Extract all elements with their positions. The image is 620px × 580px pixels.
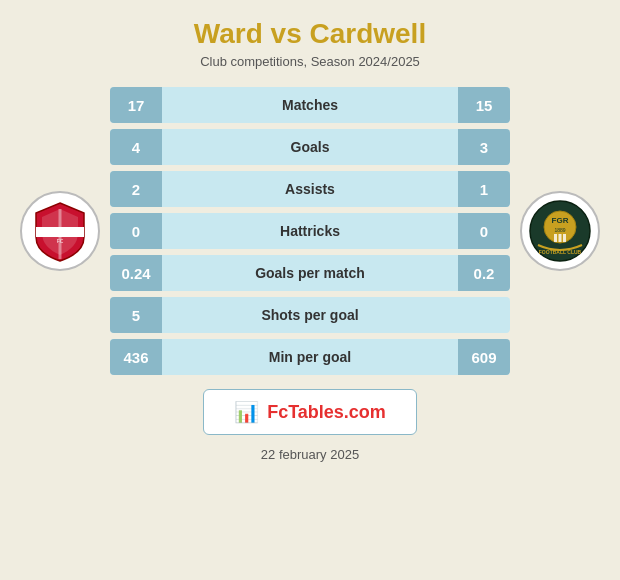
fctables-icon: 📊: [234, 400, 259, 424]
svg-text:WOKING: WOKING: [45, 228, 75, 235]
fctables-tables: Tables: [288, 402, 344, 422]
page-subtitle: Club competitions, Season 2024/2025: [200, 54, 420, 69]
stat-right-val-0: 15: [458, 87, 510, 123]
svg-rect-9: [554, 234, 557, 242]
right-team-logo: FGR 1889 FOOTBALL CLUB: [510, 191, 610, 271]
fctables-text: FcTables.com: [267, 402, 386, 423]
stat-left-val-5: 5: [110, 297, 162, 333]
stat-right-val-4: 0.2: [458, 255, 510, 291]
stat-row-2: 2Assists1: [110, 171, 510, 207]
stat-label-2: Assists: [162, 181, 458, 197]
stat-left-val-4: 0.24: [110, 255, 162, 291]
stat-label-5: Shots per goal: [162, 307, 458, 323]
stat-row-5: 5Shots per goal: [110, 297, 510, 333]
stat-row-3: 0Hattricks0: [110, 213, 510, 249]
stat-label-3: Hattricks: [162, 223, 458, 239]
stat-right-val-2: 1: [458, 171, 510, 207]
stat-label-6: Min per goal: [162, 349, 458, 365]
stat-right-val-1: 3: [458, 129, 510, 165]
svg-rect-11: [563, 234, 566, 242]
fctables-banner[interactable]: 📊 FcTables.com: [203, 389, 417, 435]
stats-area: 17Matches154Goals32Assists10Hattricks00.…: [110, 87, 510, 375]
stat-left-val-0: 17: [110, 87, 162, 123]
fctables-fc: Fc: [267, 402, 288, 422]
left-team-logo: WOKING FC: [10, 191, 110, 271]
woking-badge: WOKING FC: [20, 191, 100, 271]
footer-date: 22 february 2025: [261, 447, 359, 462]
stat-right-val-3: 0: [458, 213, 510, 249]
page-wrapper: Ward vs Cardwell Club competitions, Seas…: [0, 0, 620, 580]
stat-row-6: 436Min per goal609: [110, 339, 510, 375]
svg-rect-10: [559, 234, 562, 242]
stat-label-4: Goals per match: [162, 265, 458, 281]
stat-left-val-3: 0: [110, 213, 162, 249]
stat-row-0: 17Matches15: [110, 87, 510, 123]
stat-label-0: Matches: [162, 97, 458, 113]
stat-row-1: 4Goals3: [110, 129, 510, 165]
comparison-area: WOKING FC 17Matches154Goals32Assists10Ha…: [10, 87, 610, 375]
fgr-badge: FGR 1889 FOOTBALL CLUB: [520, 191, 600, 271]
woking-badge-svg: WOKING FC: [28, 199, 92, 263]
stat-left-val-6: 436: [110, 339, 162, 375]
svg-text:1889: 1889: [554, 227, 565, 233]
page-title: Ward vs Cardwell: [194, 18, 426, 50]
fctables-domain: .com: [344, 402, 386, 422]
stat-label-1: Goals: [162, 139, 458, 155]
fgr-badge-svg: FGR 1889 FOOTBALL CLUB: [528, 199, 592, 263]
svg-text:FOOTBALL CLUB: FOOTBALL CLUB: [539, 249, 582, 255]
svg-text:FC: FC: [57, 238, 64, 244]
svg-text:FGR: FGR: [552, 216, 569, 225]
stat-left-val-2: 2: [110, 171, 162, 207]
stat-row-4: 0.24Goals per match0.2: [110, 255, 510, 291]
stat-right-val-6: 609: [458, 339, 510, 375]
stat-left-val-1: 4: [110, 129, 162, 165]
stat-right-val-5: [458, 297, 510, 333]
